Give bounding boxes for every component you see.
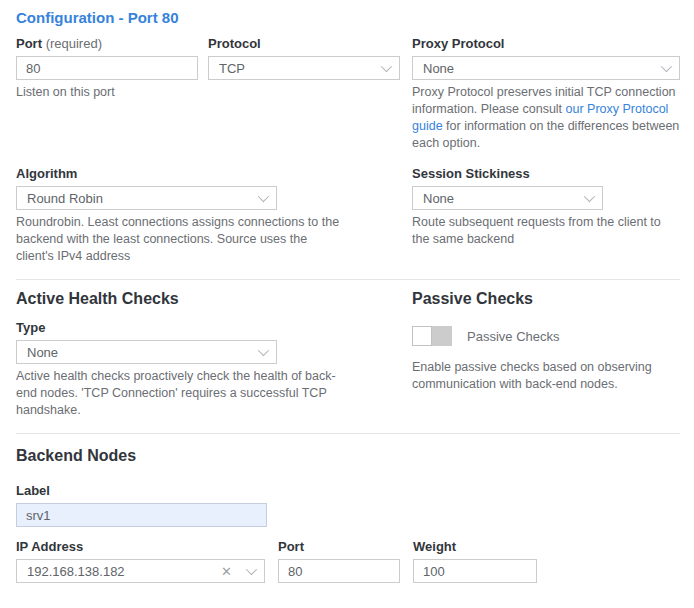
required-note: (required) <box>46 36 102 51</box>
chevron-down-icon <box>246 564 257 575</box>
row-port-protocol: Port (required) Listen on this port Prot… <box>16 37 680 152</box>
row-algorithm-stickiness: Algorithm Round Robin Roundrobin. Least … <box>16 167 680 265</box>
algorithm-helper-text: Roundrobin. Least connections assigns co… <box>16 214 346 265</box>
node-address-row: IP Address 192.168.138.182 ✕ Port Weight <box>16 540 680 583</box>
health-check-type-select[interactable]: None <box>16 340 277 364</box>
protocol-select[interactable]: TCP <box>208 56 400 80</box>
node-port-label: Port <box>278 540 400 554</box>
ip-address-combobox[interactable]: 192.168.138.182 ✕ <box>16 559 265 583</box>
node-label-input[interactable] <box>16 503 267 527</box>
protocol-label: Protocol <box>208 37 400 51</box>
active-health-checks-section: Active Health Checks Type None Active he… <box>16 280 412 419</box>
health-check-type-select-value: None <box>27 345 58 360</box>
session-stickiness-select[interactable]: None <box>412 186 603 210</box>
algorithm-select[interactable]: Round Robin <box>16 186 277 210</box>
proxy-protocol-select-value: None <box>423 61 454 76</box>
passive-checks-toggle[interactable] <box>412 326 452 346</box>
session-stickiness-select-value: None <box>423 191 454 206</box>
node-label-field-group: Label <box>16 484 267 527</box>
active-health-checks-helper-text: Active health checks proactively check t… <box>16 368 346 419</box>
row-health-checks: Active Health Checks Type None Active he… <box>16 280 680 419</box>
chevron-down-icon <box>661 61 672 72</box>
proxy-protocol-select[interactable]: None <box>412 56 680 80</box>
port-field-group: Port (required) Listen on this port <box>16 37 198 152</box>
backend-nodes-heading: Backend Nodes <box>16 447 680 465</box>
node-weight-label: Weight <box>413 540 537 554</box>
passive-checks-toggle-row: Passive Checks <box>412 326 680 346</box>
clear-icon[interactable]: ✕ <box>221 565 232 578</box>
chevron-down-icon <box>258 345 269 356</box>
chevron-down-icon <box>258 191 269 202</box>
configuration-panel: Configuration - Port 80 Port (required) … <box>0 0 694 608</box>
session-stickiness-label: Session Stickiness <box>412 167 680 181</box>
node-weight-field-group: Weight <box>413 540 537 583</box>
port-input[interactable] <box>16 56 198 80</box>
session-stickiness-field-group: Session Stickiness None Route subsequent… <box>412 167 680 265</box>
proxy-protocol-field-group: Proxy Protocol None Proxy Protocol prese… <box>412 37 680 152</box>
node-port-field-group: Port <box>278 540 400 583</box>
proxy-protocol-helper-text: Proxy Protocol preserves initial TCP con… <box>412 84 680 152</box>
algorithm-label: Algorithm <box>16 167 412 181</box>
ip-field-group: IP Address 192.168.138.182 ✕ <box>16 540 265 583</box>
passive-checks-section: Passive Checks Passive Checks Enable pas… <box>412 280 680 419</box>
port-label: Port (required) <box>16 37 198 51</box>
passive-checks-heading: Passive Checks <box>412 290 680 308</box>
backend-node-srv1: Label IP Address 192.168.138.182 ✕ Port <box>16 484 680 583</box>
protocol-select-value: TCP <box>219 61 245 76</box>
port-helper-text: Listen on this port <box>16 84 198 101</box>
active-health-checks-heading: Active Health Checks <box>16 290 412 308</box>
ip-address-label: IP Address <box>16 540 265 554</box>
chevron-down-icon <box>381 61 392 72</box>
chevron-down-icon <box>584 191 595 202</box>
passive-checks-helper-text: Enable passive checks based on observing… <box>412 359 680 393</box>
protocol-field-group: Protocol TCP <box>208 37 400 152</box>
session-stickiness-helper-text: Route subsequent requests from the clien… <box>412 214 680 248</box>
ip-address-value: 192.168.138.182 <box>27 564 125 579</box>
section-divider <box>16 433 680 434</box>
algorithm-select-value: Round Robin <box>27 191 103 206</box>
passive-checks-toggle-label: Passive Checks <box>467 329 559 344</box>
node-port-input[interactable] <box>278 559 400 583</box>
page-title: Configuration - Port 80 <box>16 9 680 26</box>
algorithm-field-group: Algorithm Round Robin Roundrobin. Least … <box>16 167 412 265</box>
node-weight-input[interactable] <box>413 559 537 583</box>
health-check-type-label: Type <box>16 321 412 335</box>
node-label-label: Label <box>16 484 267 498</box>
proxy-protocol-label: Proxy Protocol <box>412 37 680 51</box>
toggle-knob-icon <box>412 326 432 346</box>
